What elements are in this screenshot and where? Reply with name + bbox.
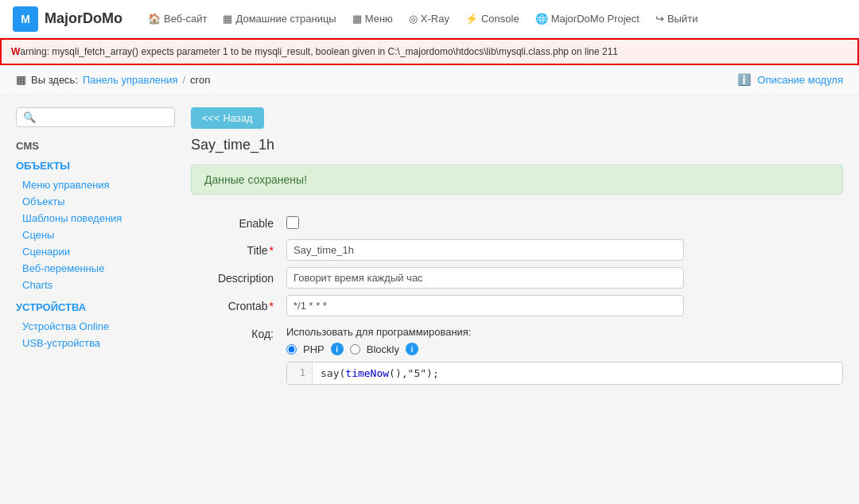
- form-row-code: Код: Использовать для программирования: …: [191, 320, 843, 391]
- crontab-input[interactable]: [286, 295, 684, 316]
- nav-home-pages[interactable]: ▦ Домашние страницы: [223, 13, 336, 25]
- logout-icon: ↪: [655, 13, 664, 25]
- form-row-description: Description: [191, 264, 843, 292]
- enable-checkbox[interactable]: [286, 216, 299, 229]
- blockly-info-icon[interactable]: i: [406, 343, 418, 355]
- nav-logout[interactable]: ↪ Выйти: [655, 13, 698, 25]
- code-label: Код:: [191, 320, 286, 391]
- title-label: Title*: [191, 236, 286, 264]
- breadcrumb-icon: ▦: [16, 73, 26, 86]
- sidebar-section-cms: CMS: [16, 140, 175, 152]
- header-nav: 🏠 Веб-сайт ▦ Домашние страницы ▦ Меню ◎ …: [148, 13, 846, 25]
- home-icon: 🏠: [148, 13, 161, 25]
- blockly-label[interactable]: Blockly: [367, 343, 399, 355]
- breadcrumb-current: cron: [190, 74, 210, 86]
- code-sub-label: Использовать для программирования:: [286, 326, 843, 338]
- nav-xray[interactable]: ◎ X-Ray: [409, 13, 449, 25]
- code-field: Использовать для программирования: PHP i…: [286, 320, 843, 391]
- sidebar-item-behavior-templates[interactable]: Шаблоны поведения: [16, 210, 175, 227]
- sidebar-item-usb-devices[interactable]: USB-устройства: [16, 335, 175, 351]
- description-label: Description: [191, 264, 286, 292]
- php-radio[interactable]: [286, 344, 297, 355]
- globe-icon: 🌐: [535, 13, 548, 25]
- search-box[interactable]: 🔍: [16, 107, 175, 127]
- code-content[interactable]: say(timeNow(),"5");: [313, 362, 447, 384]
- sidebar-item-devices-online[interactable]: Устройства Online: [16, 318, 175, 335]
- sidebar-item-charts[interactable]: Charts: [16, 277, 175, 293]
- module-desc-link[interactable]: Описание модуля: [757, 74, 843, 86]
- code-section: Использовать для программирования: PHP i…: [286, 323, 843, 388]
- nav-menu[interactable]: ▦ Меню: [352, 13, 393, 25]
- nav-website[interactable]: 🏠 Веб-сайт: [148, 13, 207, 25]
- menu-icon: ▦: [352, 13, 362, 25]
- search-input[interactable]: [39, 111, 168, 123]
- page-title: Say_time_1h: [191, 137, 843, 153]
- code-editor: 1 say(timeNow(),"5");: [286, 362, 843, 385]
- sidebar-item-menu-management[interactable]: Меню управления: [16, 176, 175, 193]
- title-field: [286, 236, 843, 264]
- title-input[interactable]: [286, 239, 684, 261]
- description-input[interactable]: [286, 267, 684, 289]
- title-required: *: [270, 244, 274, 257]
- crontab-field: [286, 292, 843, 320]
- xray-icon: ◎: [409, 13, 418, 25]
- module-description[interactable]: ℹ️ Описание модуля: [737, 73, 843, 86]
- breadcrumb-sep: /: [182, 74, 185, 86]
- breadcrumb: ▦ Вы здесь: Панель управления / cron: [16, 73, 210, 86]
- nav-console[interactable]: ⚡ Console: [465, 13, 519, 25]
- sidebar-item-scenes[interactable]: Сцены: [16, 227, 175, 243]
- back-button[interactable]: <<< Назад: [191, 107, 264, 129]
- nav-project[interactable]: 🌐 MajorDoMo Project: [535, 13, 639, 25]
- pages-icon: ▦: [223, 13, 232, 25]
- radio-group: PHP i Blockly i: [286, 343, 843, 355]
- logo-text: MajorDoMo: [45, 10, 122, 27]
- form-row-crontab: Crontab*: [191, 292, 843, 320]
- header: M MajorDoMo 🏠 Веб-сайт ▦ Домашние страни…: [0, 0, 859, 38]
- form-row-title: Title*: [191, 236, 843, 264]
- sidebar: 🔍 CMS ОБЪЕКТЫ Меню управления Объекты Ша…: [16, 107, 175, 479]
- breadcrumb-bar: ▦ Вы здесь: Панель управления / cron ℹ️ …: [0, 65, 859, 95]
- console-icon: ⚡: [465, 13, 478, 25]
- you-are-here: Вы здесь:: [31, 74, 78, 86]
- form-table: Enable Title* Description: [191, 211, 843, 391]
- info-circle-icon: ℹ️: [737, 73, 751, 86]
- success-message: Данные сохранены!: [191, 165, 843, 195]
- blockly-radio[interactable]: [350, 344, 360, 355]
- enable-label: Enable: [191, 211, 286, 236]
- sidebar-section-objects: ОБЪЕКТЫ: [16, 160, 175, 172]
- logo[interactable]: M MajorDoMo: [13, 6, 122, 32]
- breadcrumb-panel[interactable]: Панель управления: [83, 74, 177, 86]
- sidebar-item-objects[interactable]: Объекты: [16, 193, 175, 210]
- description-field: [286, 264, 843, 292]
- php-info-icon[interactable]: i: [331, 343, 344, 355]
- enable-field: [286, 211, 843, 236]
- layout: 🔍 CMS ОБЪЕКТЫ Меню управления Объекты Ша…: [0, 95, 859, 492]
- warning-bar: Warning: mysqli_fetch_array() expects pa…: [0, 38, 859, 65]
- sidebar-item-web-variables[interactable]: Веб-переменные: [16, 260, 175, 277]
- form-row-enable: Enable: [191, 211, 843, 236]
- warning-text: arning: mysqli_fetch_array() expects par…: [20, 46, 618, 57]
- crontab-label: Crontab*: [191, 292, 286, 320]
- line-number-1: 1: [300, 367, 305, 378]
- search-icon: 🔍: [23, 111, 36, 123]
- main-content: <<< Назад Say_time_1h Данные сохранены! …: [191, 107, 843, 479]
- php-label[interactable]: PHP: [303, 343, 325, 355]
- warning-prefix: W: [11, 46, 20, 57]
- sidebar-section-devices: УСТРОЙСТВА: [16, 301, 175, 313]
- sidebar-item-scenarios[interactable]: Сценарии: [16, 243, 175, 260]
- line-numbers: 1: [287, 362, 313, 384]
- logo-icon: M: [13, 6, 38, 32]
- crontab-required: *: [270, 300, 274, 312]
